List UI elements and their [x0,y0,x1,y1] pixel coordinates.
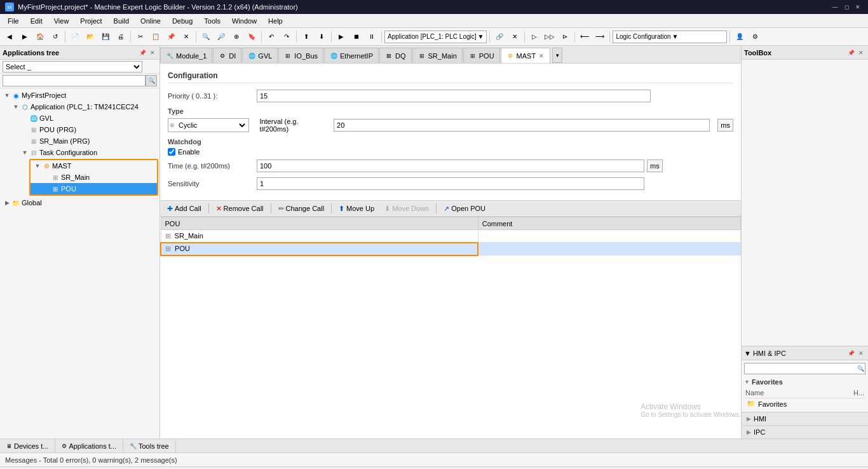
tb-back[interactable]: ◀ [3,30,17,44]
tb-redo[interactable]: ↷ [280,30,294,44]
tb-settings[interactable]: ⚙ [748,30,762,44]
tb-reload[interactable]: ↺ [48,30,62,44]
tree-item-sr-main-prg[interactable]: ⊞ SR_Main (PRG) [0,135,159,147]
tab-io-bus[interactable]: ⊞ IO_Bus [278,48,323,63]
tab-devices[interactable]: 🖥 Devices t... [0,439,55,453]
type-dropdown[interactable]: Cyclic [176,121,247,130]
enable-checkbox[interactable] [168,148,175,156]
tb-new[interactable]: 📄 [68,30,82,44]
tab-gvl[interactable]: 🌐 GVL [242,48,278,63]
ipc-expand-header[interactable]: ▶ IPC [742,426,868,438]
change-call-button[interactable]: ✏ Change Call [274,202,329,215]
hmi-close-button[interactable]: ✕ [857,349,865,358]
tb-open[interactable]: 📂 [83,30,97,44]
select-all-dropdown[interactable]: Select _ [3,61,142,72]
tab-sr-main[interactable]: ⊞ SR_Main [412,48,463,63]
remove-call-button[interactable]: ✕ Remove Call [212,202,268,215]
tab-ethernetip[interactable]: 🌐 EthernetIP [324,48,379,63]
tree-item-mast[interactable]: ▼ ⚙ MAST [31,160,157,172]
tab-pou[interactable]: ⊞ POU [463,48,500,63]
priority-input[interactable] [257,90,651,102]
favorites-item[interactable]: 📁 Favorites [744,398,865,409]
tb-save[interactable]: 💾 [98,30,112,44]
tb-run[interactable]: ▶ [334,30,348,44]
minimize-button[interactable]: — [830,2,840,12]
config-dropdown[interactable]: Logic Configuration ▼ [613,31,727,43]
window-controls[interactable]: — ◻ ✕ [830,2,863,12]
tb-navfwd[interactable]: ⟶ [593,30,607,44]
interval-input[interactable] [334,119,710,132]
tb-disconnect[interactable]: ✕ [508,30,522,44]
tab-mast[interactable]: ⚙ MAST ✕ [501,48,551,64]
tb-extra3[interactable]: ⊳ [558,30,572,44]
tree-search-button[interactable]: 🔍 [146,75,157,86]
menu-online[interactable]: Online [135,16,166,26]
tb-bookmark[interactable]: 🔖 [245,30,259,44]
tree-item-pou-prg[interactable]: ⊞ POU (PRG) [0,124,159,135]
tb-download[interactable]: ⬇ [315,30,329,44]
move-up-button[interactable]: ⬆ Move Up [334,202,379,215]
table-row[interactable]: ⊞ POU [161,243,741,255]
menu-debug[interactable]: Debug [167,16,198,26]
tree-item-gvl[interactable]: 🌐 GVL [0,112,159,124]
maximize-button[interactable]: ◻ [841,2,851,12]
toolbox-close-button[interactable]: ✕ [857,48,865,57]
tabs-nav-button[interactable]: ▼ [552,48,562,63]
tb-find[interactable]: 🔍 [199,30,213,44]
tb-navback[interactable]: ⟵ [578,30,592,44]
tb-connect[interactable]: 🔗 [492,30,506,44]
type-select[interactable]: ⊕ Cyclic [168,118,249,132]
application-dropdown[interactable]: Application [PLC_1: PLC Logic] ▼ [384,31,487,43]
tb-pause[interactable]: ⏸ [365,30,379,44]
menu-tools[interactable]: Tools [199,16,226,26]
tb-extra2[interactable]: ▷▷ [543,30,557,44]
menu-file[interactable]: File [3,16,24,26]
time-input[interactable] [257,160,644,172]
tb-find2[interactable]: 🔎 [214,30,228,44]
menu-edit[interactable]: Edit [25,16,48,26]
menu-view[interactable]: View [49,16,74,26]
tb-print[interactable]: 🖨 [114,30,128,44]
tree-item-task-config[interactable]: ▼ ⊟ Task Configuration [0,147,159,158]
tree-item-project[interactable]: ▼ ◉ MyFirstProject [0,90,159,101]
hmi-pin-button[interactable]: 📌 [846,349,855,358]
tab-dq[interactable]: ⊠ DQ [379,48,412,63]
tb-upload[interactable]: ⬆ [299,30,313,44]
tree-item-pou[interactable]: ⊞ POU [31,183,157,194]
table-row[interactable]: ⊞ SR_Main [161,230,741,243]
menu-build[interactable]: Build [109,16,134,26]
tb-home[interactable]: 🏠 [33,30,47,44]
menu-window[interactable]: Window [227,16,262,26]
panel-close-button[interactable]: ✕ [148,48,157,57]
open-pou-button[interactable]: ↗ Open POU [439,202,490,215]
menu-project[interactable]: Project [75,16,107,26]
panel-pin-button[interactable]: 📌 [138,48,147,57]
tb-extra1[interactable]: ▷ [527,30,541,44]
hmi-search-input[interactable] [745,365,856,372]
hmi-expand-header[interactable]: ▶ HMI [742,412,868,425]
tb-user[interactable]: 👤 [733,30,747,44]
menu-help[interactable]: Help [263,16,288,26]
tb-findall[interactable]: ⊕ [229,30,243,44]
tab-close-button[interactable]: ✕ [538,53,545,59]
tb-delete[interactable]: ✕ [179,30,193,44]
tb-forward[interactable]: ▶ [18,30,32,44]
tree-item-application[interactable]: ▼ ⬡ Application (PLC_1: TM241CEC24 [0,101,159,112]
tb-stop[interactable]: ⏹ [349,30,363,44]
tb-copy[interactable]: 📋 [149,30,163,44]
tree-search-input[interactable] [3,75,146,86]
tab-applications[interactable]: ⚙ Applications t... [55,439,123,453]
tb-undo[interactable]: ↶ [264,30,278,44]
tab-module1[interactable]: 🔧 Module_1 [160,48,212,63]
add-call-button[interactable]: ✚ Add Call [163,202,206,215]
tree-item-global[interactable]: ▶ 📁 Global [0,197,159,208]
move-down-button[interactable]: ⬇ Move Down [380,202,433,215]
tree-item-sr-main[interactable]: ⊞ SR_Main [31,172,157,183]
tab-tools[interactable]: 🔧 Tools tree [123,439,176,453]
tb-paste[interactable]: 📌 [164,30,178,44]
close-button[interactable]: ✕ [853,2,863,12]
tab-di[interactable]: ⚙ DI [213,48,241,63]
toolbox-pin-button[interactable]: 📌 [846,48,855,57]
tb-cut[interactable]: ✂ [133,30,147,44]
sensitivity-input[interactable] [257,177,644,190]
